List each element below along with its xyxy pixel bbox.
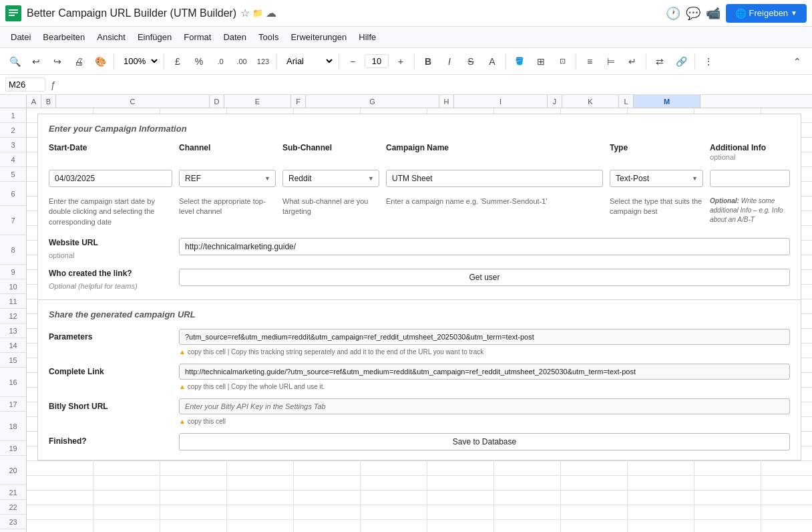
print-btn[interactable]: 🖨 — [69, 52, 88, 71]
function-icon: ƒ — [51, 80, 56, 90]
col-I[interactable]: I — [454, 95, 548, 108]
row-24: 24 — [0, 529, 26, 532]
insert-link-btn[interactable]: 🔗 — [672, 52, 690, 71]
col-K[interactable]: K — [562, 95, 619, 108]
cells-area: Enter your Campaign Information Start-Da… — [27, 108, 812, 532]
col-L[interactable]: L — [619, 95, 634, 108]
text-color-btn[interactable]: A — [483, 52, 501, 71]
undo-btn[interactable]: ↩ — [27, 52, 45, 71]
additional-input[interactable] — [710, 170, 790, 187]
font-select[interactable]: Arial — [281, 54, 335, 68]
menu-einfuegen[interactable]: Einfügen — [132, 29, 177, 45]
italic-btn[interactable]: I — [440, 52, 459, 71]
percent-btn[interactable]: % — [190, 52, 208, 71]
type-select[interactable]: Text-Post — [610, 170, 703, 187]
row-12: 12 — [0, 309, 26, 323]
complete-link-value[interactable]: http://technicalmarketing.guide/?utm_sou… — [179, 364, 790, 380]
font-size-decrease-btn[interactable]: − — [343, 52, 362, 71]
channel-hint: Select the appropriate top-level channel — [179, 196, 276, 227]
row-17: 17 — [0, 397, 26, 412]
divider-4 — [339, 53, 339, 70]
svg-rect-2 — [9, 12, 18, 13]
comments-btn[interactable]: 💬 — [686, 6, 700, 21]
subchannel-hint: What sub-channel are you targeting — [282, 196, 379, 227]
merge-btn[interactable]: ⊡ — [553, 52, 572, 71]
wrap-btn[interactable]: ↵ — [623, 52, 642, 71]
more-btn[interactable]: ⋮ — [699, 52, 718, 71]
row-16: 16 — [0, 368, 26, 397]
paint-format-btn[interactable]: 🎨 — [91, 52, 110, 71]
subchannel-select[interactable]: Reddit — [282, 170, 379, 187]
col-H[interactable]: H — [439, 95, 454, 108]
divider-2 — [164, 53, 164, 70]
col-J[interactable]: J — [548, 95, 562, 108]
col-A[interactable]: A — [27, 95, 41, 108]
text-dir-btn[interactable]: ⇄ — [650, 52, 669, 71]
menu-daten[interactable]: Daten — [218, 29, 252, 45]
history-icon[interactable]: 📁 — [252, 8, 263, 18]
align-btn[interactable]: ≡ — [580, 52, 599, 71]
strikethrough-btn[interactable]: S — [461, 52, 480, 71]
history-btn[interactable]: 🕐 — [666, 6, 680, 21]
col-B[interactable]: B — [41, 95, 56, 108]
campaign-name-label: Campaign Name — [386, 143, 603, 162]
save-to-database-button[interactable]: Save to Database — [179, 433, 790, 450]
col-C[interactable]: C — [56, 95, 210, 108]
row-numbers: 1 2 3 4 5 6 7 8 9 10 11 12 13 14 15 16 1… — [0, 108, 27, 532]
font-size-input[interactable] — [365, 54, 389, 68]
row-14: 14 — [0, 338, 26, 353]
row-21: 21 — [0, 485, 26, 500]
font-size-increase-btn[interactable]: + — [391, 52, 410, 71]
col-E[interactable]: E — [224, 95, 291, 108]
campaign-name-input[interactable] — [386, 170, 603, 187]
bitly-label: Bitly Short URL — [49, 398, 172, 411]
col-D[interactable]: D — [210, 95, 224, 108]
increase-decimal-btn[interactable]: .00 — [232, 52, 251, 71]
type-hint: Select the type that suits the campaign … — [610, 196, 703, 227]
star-icon[interactable]: ☆ — [240, 7, 250, 19]
decrease-decimal-btn[interactable]: .0 — [211, 52, 230, 71]
col-M[interactable]: M — [634, 95, 700, 108]
bitly-value[interactable]: Enter your Bitly API Key in the Settings… — [179, 398, 790, 414]
divider-9 — [694, 53, 695, 70]
redo-btn[interactable]: ↪ — [48, 52, 67, 71]
menu-ansicht[interactable]: Ansicht — [91, 29, 131, 45]
column-headers: A B C D E F G H I J K L M — [0, 95, 812, 108]
menu-bearbeiten[interactable]: Bearbeiten — [37, 29, 90, 45]
fill-color-btn[interactable]: 🪣 — [510, 52, 529, 71]
start-date-input[interactable] — [49, 170, 172, 187]
menu-hilfe[interactable]: Hilfe — [353, 29, 381, 45]
valign-btn[interactable]: ⊨ — [602, 52, 620, 71]
number-format-btn[interactable]: 123 — [254, 52, 272, 71]
divider-6 — [505, 53, 506, 70]
menu-datei[interactable]: Datei — [5, 29, 36, 45]
get-user-button[interactable]: Get user — [179, 269, 790, 286]
search-btn[interactable]: 🔍 — [5, 52, 24, 71]
menu-erweiterungen[interactable]: Erweiterungen — [285, 29, 352, 45]
meet-btn[interactable]: 📹 — [706, 6, 721, 21]
section1-title: Enter your Campaign Information — [49, 124, 790, 134]
col-G[interactable]: G — [306, 95, 439, 108]
formula-bar: ƒ — [0, 75, 812, 95]
formula-input[interactable] — [61, 80, 807, 90]
currency-btn[interactable]: £ — [168, 52, 187, 71]
zoom-select[interactable]: 100% — [118, 54, 160, 68]
cloud-icon[interactable]: ☁ — [266, 7, 276, 19]
complete-link-triangle: ▲ — [179, 383, 186, 390]
collapse-btn[interactable]: ⌃ — [788, 52, 807, 71]
border-btn[interactable]: ⊞ — [532, 52, 550, 71]
parameters-value[interactable]: ?utm_source=ref&utm_medium=reddit&utm_ca… — [179, 329, 790, 345]
svg-rect-1 — [9, 9, 18, 11]
creator-hint: Optional (helpful for teams) — [49, 282, 172, 290]
website-url-input[interactable] — [179, 238, 790, 255]
complete-link-label: Complete Link — [49, 364, 172, 376]
finished-label: Finished? — [49, 433, 172, 446]
cell-reference[interactable] — [5, 78, 45, 92]
channel-select[interactable]: REF — [179, 170, 276, 187]
col-F[interactable]: F — [291, 95, 306, 108]
bold-btn[interactable]: B — [419, 52, 437, 71]
params-triangle: ▲ — [179, 348, 186, 356]
menu-tools[interactable]: Tools — [253, 29, 284, 45]
menu-format[interactable]: Format — [178, 29, 216, 45]
share-button[interactable]: 🌐 Freigeben ▼ — [726, 4, 807, 23]
